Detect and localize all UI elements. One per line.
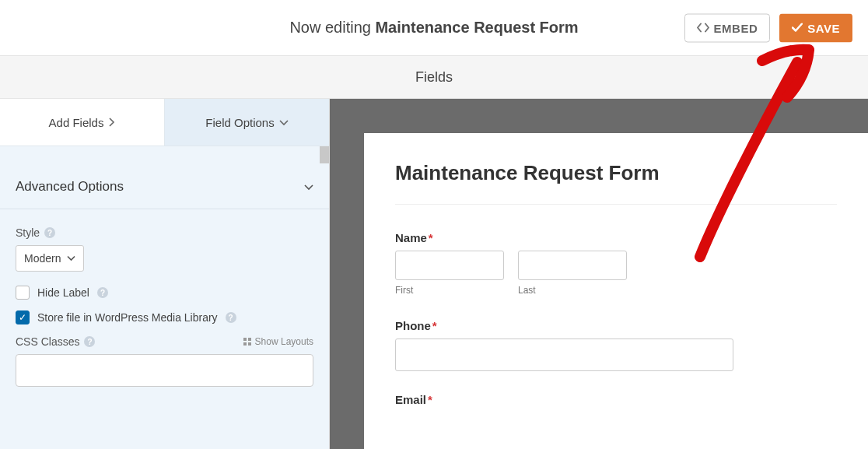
required-asterisk: * <box>429 231 433 244</box>
style-value: Modern <box>24 252 61 265</box>
svg-rect-0 <box>243 338 247 341</box>
editing-prefix: Now editing <box>289 19 375 36</box>
last-sublabel: Last <box>518 285 627 296</box>
editing-form-name: Maintenance Request Form <box>375 19 578 36</box>
phone-field[interactable]: Phone* <box>395 319 837 371</box>
last-name-input[interactable] <box>518 251 627 280</box>
editor-title: Now editing Maintenance Request Form <box>289 19 578 37</box>
grid-icon <box>243 338 252 346</box>
save-button[interactable]: SAVE <box>779 13 852 42</box>
form-preview: Maintenance Request Form Name* First Las… <box>330 99 868 449</box>
form-title: Maintenance Request Form <box>395 161 837 185</box>
chevron-down-icon <box>279 119 289 126</box>
store-file-checkbox[interactable]: ✓ <box>16 310 30 324</box>
chevron-down-icon <box>304 184 313 191</box>
last-name-col: Last <box>518 251 627 296</box>
css-classes-input[interactable] <box>16 354 313 387</box>
hide-label-text: Hide Label <box>37 286 89 299</box>
store-file-text: Store file in WordPress Media Library <box>37 311 218 324</box>
embed-label: EMBED <box>714 21 758 34</box>
phone-label: Phone* <box>395 319 837 332</box>
sidebar-scrollbar[interactable] <box>320 146 329 163</box>
chevron-down-icon <box>67 255 75 261</box>
embed-button[interactable]: EMBED <box>684 13 771 42</box>
first-sublabel: First <box>395 285 504 296</box>
show-layouts-label: Show Layouts <box>255 336 313 347</box>
tab-add-fields[interactable]: Add Fields <box>0 99 165 146</box>
advanced-options-toggle[interactable]: Advanced Options <box>0 160 329 209</box>
sidebar-tabs: Add Fields Field Options <box>0 99 329 146</box>
email-field[interactable]: Email* <box>395 393 837 406</box>
svg-rect-3 <box>248 342 251 346</box>
help-icon[interactable]: ? <box>226 312 236 323</box>
style-select[interactable]: Modern <box>16 245 84 272</box>
email-label: Email* <box>395 393 837 406</box>
show-layouts-button[interactable]: Show Layouts <box>243 336 313 347</box>
help-icon[interactable]: ? <box>84 336 95 347</box>
svg-rect-1 <box>248 338 251 341</box>
style-label: Style <box>16 226 40 239</box>
sidebar: Add Fields Field Options Advanced Option… <box>0 99 330 449</box>
chevron-right-icon <box>108 118 115 127</box>
required-asterisk: * <box>432 319 437 332</box>
tab-add-fields-label: Add Fields <box>49 116 104 129</box>
svg-rect-2 <box>243 342 247 346</box>
tab-field-options-label: Field Options <box>205 116 274 129</box>
fields-section-title: Fields <box>0 56 868 99</box>
form-divider <box>395 204 837 205</box>
save-label: SAVE <box>807 21 840 34</box>
first-name-input[interactable] <box>395 251 504 280</box>
help-icon[interactable]: ? <box>97 287 108 298</box>
advanced-options-label: Advanced Options <box>16 179 124 195</box>
preview-page: Maintenance Request Form Name* First Las… <box>364 133 868 449</box>
editor-header: Now editing Maintenance Request Form EMB… <box>0 0 868 56</box>
name-row: First Last <box>395 251 837 296</box>
header-actions: EMBED SAVE <box>684 13 852 42</box>
phone-input[interactable] <box>395 339 733 371</box>
help-icon[interactable]: ? <box>44 227 55 238</box>
tab-field-options[interactable]: Field Options <box>165 99 329 146</box>
code-icon <box>697 23 709 33</box>
first-name-col: First <box>395 251 504 296</box>
css-classes-label: CSS Classes <box>16 335 79 348</box>
required-asterisk: * <box>428 393 432 406</box>
name-field[interactable]: Name* First Last <box>395 231 837 296</box>
hide-label-checkbox[interactable] <box>16 286 30 300</box>
name-label: Name* <box>395 231 837 244</box>
css-classes-label-wrap: CSS Classes ? <box>16 335 95 348</box>
css-classes-row: CSS Classes ? Show Layouts <box>16 335 313 348</box>
check-icon <box>792 23 803 33</box>
sidebar-body: Advanced Options Style ? Modern Hide Lab… <box>0 146 329 449</box>
hide-label-checkbox-row[interactable]: Hide Label ? <box>16 286 313 300</box>
style-label-row: Style ? <box>16 226 313 239</box>
store-file-checkbox-row[interactable]: ✓ Store file in WordPress Media Library … <box>16 310 313 324</box>
